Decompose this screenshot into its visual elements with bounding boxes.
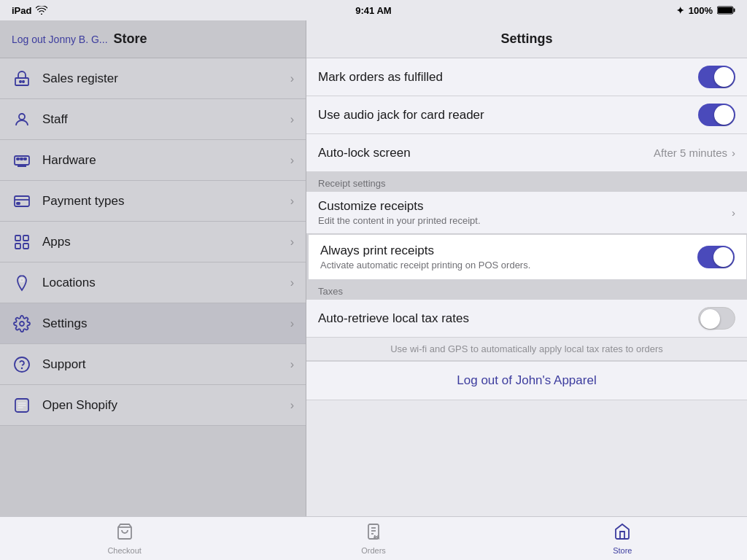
sidebar: Log out Jonny B. G... Store Sales regist…: [0, 20, 306, 516]
sidebar-items: Sales register › Staff › Hardware ›: [0, 58, 306, 516]
customize-receipts-chevron: ›: [732, 206, 735, 219]
mark-orders-row: Mark orders as fulfilled: [306, 58, 747, 96]
apps-label: Apps: [42, 235, 280, 249]
status-bar: iPad 9:41 AM ✦ 100%: [0, 0, 747, 20]
sidebar-item-hardware[interactable]: Hardware ›: [0, 140, 306, 181]
svg-rect-7: [15, 156, 29, 165]
content-body: Mark orders as fulfilled Use audio jack …: [306, 58, 747, 516]
locations-icon: [12, 273, 32, 293]
svg-rect-2: [718, 7, 732, 13]
sidebar-item-support[interactable]: Support ›: [0, 344, 306, 385]
customize-receipts-label: Customize receipts: [318, 199, 723, 214]
svg-point-18: [20, 278, 24, 281]
taxes-section-header: Taxes: [306, 280, 747, 300]
svg-rect-4: [20, 81, 21, 82]
sidebar-item-open-shopify[interactable]: Open Shopify ›: [0, 385, 306, 426]
logout-store-button[interactable]: Log out of John's Apparel: [306, 362, 747, 400]
content-title: Settings: [500, 31, 552, 47]
auto-lock-label: Auto-lock screen: [318, 146, 645, 160]
sidebar-header: Log out Jonny B. G... Store: [0, 20, 306, 58]
chevron-icon: ›: [290, 113, 294, 126]
always-print-sublabel: Activate automatic receipt printing on P…: [320, 260, 689, 271]
auto-lock-value: After 5 minutes: [654, 147, 727, 159]
locations-label: Locations: [42, 276, 280, 290]
sidebar-item-sales-register[interactable]: Sales register ›: [0, 58, 306, 99]
svg-rect-5: [23, 81, 24, 82]
always-print-toggle[interactable]: [697, 246, 735, 268]
hardware-icon: [12, 150, 32, 171]
apps-icon: [12, 232, 32, 252]
payment-icon: [12, 191, 32, 211]
orders-tab-label: Orders: [361, 546, 386, 555]
hardware-label: Hardware: [42, 153, 280, 168]
chevron-icon: ›: [290, 276, 294, 289]
customize-receipts-row[interactable]: Customize receipts Edit the content in y…: [306, 192, 747, 234]
chevron-icon: ›: [290, 399, 294, 412]
shopify-icon: [12, 395, 32, 416]
mark-orders-toggle[interactable]: [698, 66, 735, 88]
always-print-row: Always print receipts Activate automatic…: [306, 234, 747, 280]
logout-jonny-button[interactable]: Log out Jonny B. G...: [12, 34, 108, 45]
gps-note: Use wi-fi and GPS to automatically apply…: [306, 338, 747, 361]
sidebar-item-locations[interactable]: Locations ›: [0, 262, 306, 303]
svg-rect-17: [23, 244, 28, 249]
receipt-section-header: Receipt settings: [306, 172, 747, 192]
auto-lock-chevron: ›: [732, 147, 735, 159]
chevron-icon: ›: [290, 317, 294, 330]
content-header: Settings: [306, 20, 747, 58]
support-icon: [12, 354, 32, 375]
sidebar-item-staff[interactable]: Staff ›: [0, 99, 306, 140]
svg-rect-10: [24, 158, 26, 160]
chevron-icon: ›: [290, 154, 294, 167]
wifi-icon: [36, 6, 47, 15]
svg-rect-14: [15, 236, 20, 241]
svg-rect-13: [17, 203, 20, 204]
sidebar-item-settings[interactable]: Settings ›: [0, 303, 306, 344]
chevron-icon: ›: [290, 195, 294, 208]
bluetooth-icon: ✦: [676, 5, 684, 16]
settings-label: Settings: [42, 316, 280, 331]
battery-icon: [717, 6, 735, 15]
store-icon: [614, 523, 631, 545]
staff-icon: [12, 109, 32, 130]
settings-icon: [12, 314, 32, 334]
customize-receipts-sublabel: Edit the content in your printed receipt…: [318, 215, 723, 226]
tab-checkout[interactable]: Checkout: [0, 517, 249, 560]
checkout-tab-label: Checkout: [107, 546, 141, 555]
always-print-label: Always print receipts: [320, 244, 689, 258]
auto-retrieve-tax-label: Auto-retrieve local tax rates: [318, 311, 689, 326]
svg-point-20: [15, 357, 29, 372]
svg-point-6: [19, 114, 25, 120]
auto-retrieve-tax-toggle[interactable]: [698, 307, 735, 330]
store-tab-label: Store: [613, 546, 632, 555]
ipad-label: iPad: [12, 5, 31, 16]
payment-types-label: Payment types: [42, 194, 280, 209]
svg-rect-9: [20, 158, 23, 160]
sidebar-item-payment-types[interactable]: Payment types ›: [0, 181, 306, 222]
audio-jack-toggle[interactable]: [698, 104, 735, 126]
status-right: ✦ 100%: [676, 5, 735, 16]
tab-store[interactable]: Store: [498, 517, 747, 560]
sidebar-item-apps[interactable]: Apps ›: [0, 222, 306, 262]
staff-label: Staff: [42, 112, 280, 127]
svg-rect-3: [15, 78, 28, 85]
tab-orders[interactable]: Orders: [249, 517, 498, 560]
open-shopify-label: Open Shopify: [42, 398, 280, 413]
chevron-icon: ›: [290, 72, 294, 85]
auto-lock-row[interactable]: Auto-lock screen After 5 minutes ›: [306, 134, 747, 172]
svg-point-19: [20, 322, 24, 326]
sales-register-label: Sales register: [42, 71, 280, 86]
orders-icon: [365, 523, 382, 545]
svg-rect-8: [17, 158, 19, 160]
chevron-icon: ›: [290, 358, 294, 371]
sidebar-store-title: Store: [114, 31, 147, 47]
cart-icon: [116, 523, 133, 545]
status-time: 9:41 AM: [355, 5, 391, 16]
audio-jack-row: Use audio jack for card reader: [306, 96, 747, 134]
svg-rect-11: [15, 196, 29, 206]
audio-jack-label: Use audio jack for card reader: [318, 108, 689, 122]
content-panel: Settings Mark orders as fulfilled Use au…: [306, 20, 747, 516]
support-label: Support: [42, 357, 280, 372]
svg-rect-1: [734, 9, 735, 12]
logout-section: Log out of John's Apparel: [306, 361, 747, 400]
